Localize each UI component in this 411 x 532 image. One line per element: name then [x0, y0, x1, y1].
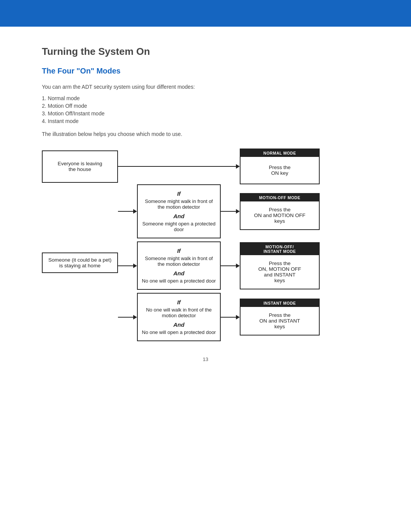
- head-mid-1: [236, 209, 240, 214]
- instant-mode-box: INSTANT MODE Press theON and INSTANTkeys: [240, 299, 320, 335]
- line-3: [118, 317, 133, 318]
- if-label-2: If: [142, 248, 216, 254]
- mode-item-2: 2. Motion Off mode: [42, 103, 369, 109]
- motion-instant-mode-text: Press theON, MOTION OFFand INSTANTkeys: [258, 260, 301, 283]
- line-mid-3: [221, 317, 236, 318]
- arrow-line: [118, 166, 236, 167]
- page-title: Turning the System On: [42, 46, 369, 58]
- head-3: [133, 315, 137, 320]
- mid3-condition1: No one will walk in front of the motion …: [142, 307, 216, 318]
- motion-instant-mode-box: MOTION-OFF/INSTANT MODE Press theON, MOT…: [240, 242, 320, 289]
- and-label-2: And: [142, 270, 216, 276]
- mid1-condition2: Someone might open a protected door: [142, 221, 216, 232]
- head-1: [133, 209, 137, 214]
- arrow-3: [118, 313, 137, 322]
- staying-label: Someone (it could be a pet)is staying at…: [48, 257, 112, 268]
- head-2: [133, 264, 137, 268]
- modes-list: 1. Normal mode 2. Motion Off mode 3. Mot…: [42, 95, 369, 124]
- head-mid-3: [236, 315, 240, 320]
- arrow-mid-3: [221, 313, 240, 322]
- illustration-text: The illustration below helps you choose …: [42, 131, 369, 137]
- mid2-condition2: No one will open a protected door: [142, 278, 216, 284]
- intro-text: You can arm the ADT security system usin…: [42, 84, 369, 90]
- staying-box: Someone (it could be a pet)is staying at…: [42, 252, 118, 273]
- line-mid-1: [221, 211, 236, 212]
- arrow-1: [118, 207, 137, 216]
- mid-box-3: If No one will walk in front of the moti…: [137, 293, 221, 341]
- everyone-arrow-line: [118, 164, 240, 169]
- arrow-line-3: [118, 315, 137, 320]
- mid1-condition1: Someone might walk in front of the motio…: [142, 198, 216, 210]
- mid3-condition2: No one will open a protected door: [142, 329, 216, 335]
- motion-off-mode-text: Press theON and MOTION OFFkeys: [254, 207, 305, 224]
- mid-box-2: If Someone might walk in front of the mo…: [137, 241, 221, 290]
- and-label-3: And: [142, 321, 216, 328]
- everyone-arrow: [118, 150, 240, 183]
- arrow-line-mid-2: [221, 264, 240, 268]
- arrow-line-1: [118, 209, 137, 214]
- everyone-label: Everyone is leavingthe house: [57, 161, 102, 172]
- normal-mode-body: Press theON key: [241, 157, 319, 184]
- mode-item-3: 3. Motion Off/Instant mode: [42, 110, 369, 117]
- page-number: 13: [42, 356, 369, 362]
- arrow-2: [118, 261, 137, 270]
- everyone-box: Everyone is leavingthe house: [42, 150, 118, 183]
- top-bar: [0, 0, 411, 27]
- normal-mode-text: Press theON key: [269, 165, 290, 176]
- arrow-mid-2: [221, 261, 240, 270]
- motion-instant-mode-header: MOTION-OFF/INSTANT MODE: [241, 243, 319, 255]
- line-2: [118, 265, 133, 266]
- motion-off-mode-header: MOTION-OFF MODE: [241, 194, 319, 201]
- head-mid-2: [236, 264, 240, 268]
- section-title: The Four "On" Modes: [42, 67, 369, 75]
- arrow-mid-1: [221, 207, 240, 216]
- instant-mode-header: INSTANT MODE: [241, 299, 319, 307]
- motion-off-mode-box: MOTION-OFF MODE Press theON and MOTION O…: [240, 193, 320, 230]
- line-mid-2: [221, 265, 236, 266]
- instant-mode-body: Press theON and INSTANTkeys: [241, 307, 319, 335]
- arrow-line-2: [118, 264, 137, 268]
- motion-instant-mode-body: Press theON, MOTION OFFand INSTANTkeys: [241, 255, 319, 289]
- arrow-line-mid-1: [221, 209, 240, 214]
- mid-box-1: If Someone might walk in front of the mo…: [137, 184, 221, 238]
- mid2-condition1: Someone might walk in front of the motio…: [142, 256, 216, 267]
- mode-item-4: 4. Instant mode: [42, 118, 369, 124]
- and-label-1: And: [142, 213, 216, 219]
- mode-item-1: 1. Normal mode: [42, 95, 369, 101]
- normal-mode-header: NORMAL MODE: [241, 149, 319, 157]
- line-1: [118, 211, 133, 212]
- diagram: Everyone is leavingthe house NORMAL MODE…: [42, 149, 369, 341]
- instant-mode-text: Press theON and INSTANTkeys: [259, 312, 300, 329]
- arrow-line-mid-3: [221, 315, 240, 320]
- if-label-3: If: [142, 299, 216, 305]
- motion-off-mode-body: Press theON and MOTION OFFkeys: [241, 201, 319, 229]
- if-label-1: If: [142, 190, 216, 197]
- normal-mode-box: NORMAL MODE Press theON key: [240, 149, 320, 184]
- arrow-head: [236, 164, 240, 169]
